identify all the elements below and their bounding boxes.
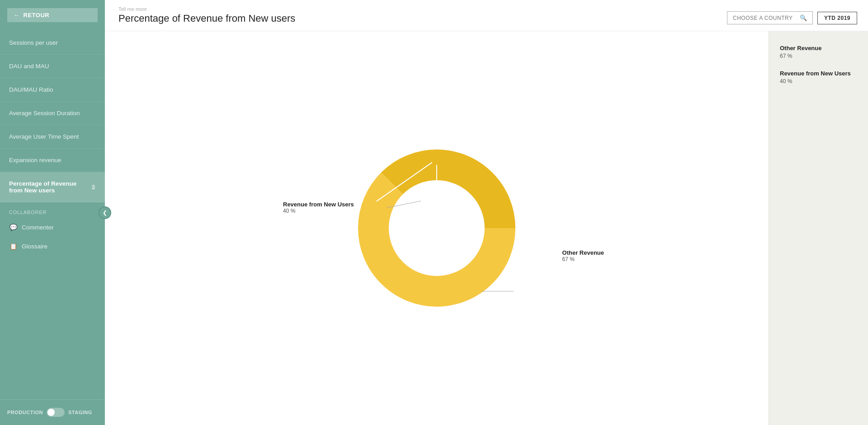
collab-item-commenter[interactable]: 💬 Commenter [0, 218, 105, 237]
sidebar-item-expansion-revenue[interactable]: Expansion revenue [0, 149, 105, 172]
chevron-left-icon: ❮ [103, 210, 107, 216]
sidebar-footer: PRODUCTION STAGING [0, 399, 105, 425]
sidebar-item-pct-revenue-new-users[interactable]: Percentage of Revenue from New users ⇫ [0, 172, 105, 202]
sidebar-item-avg-session-duration[interactable]: Average Session Duration [0, 102, 105, 125]
top-bar-right: 🔍 YTD 2019 [727, 11, 857, 24]
book-icon: 📋 [9, 242, 17, 250]
sidebar-item-dau-mau[interactable]: DAU and MAU [0, 55, 105, 78]
legend-item-new-users: Revenue from New Users 40 % [780, 70, 857, 84]
top-bar-left: Tell me more Percentage of Revenue from … [118, 6, 295, 24]
chart-main: Revenue from New Users 40 % [105, 31, 769, 425]
collaborer-label: Collaborer [0, 202, 105, 218]
donut-chart: Revenue from New Users 40 % [351, 142, 523, 314]
chart-area: Revenue from New Users 40 % [105, 31, 868, 425]
retour-button[interactable]: ← RETOUR [7, 8, 98, 22]
sidebar: ← RETOUR Sessions per user DAU and MAU D… [0, 0, 105, 425]
search-icon: 🔍 [800, 14, 807, 21]
top-bar: Tell me more Percentage of Revenue from … [105, 0, 868, 31]
tell-me-more-label: Tell me more [118, 6, 295, 12]
share-icon: ⇫ [91, 184, 96, 191]
ytd-button[interactable]: YTD 2019 [817, 12, 857, 24]
sidebar-item-sessions-per-user[interactable]: Sessions per user [0, 31, 105, 55]
legend-item-other-revenue: Other Revenue 67 % [780, 45, 857, 59]
donut-svg [351, 142, 523, 314]
chart-label-new-users: Revenue from New Users 40 % [283, 201, 354, 214]
env-toggle[interactable] [47, 408, 65, 417]
collapse-sidebar-button[interactable]: ❮ [99, 206, 111, 219]
legend-panel: Other Revenue 67 % Revenue from New User… [769, 31, 868, 425]
main-content: Tell me more Percentage of Revenue from … [105, 0, 868, 425]
search-input[interactable] [733, 15, 796, 21]
arrow-left-icon: ← [14, 12, 20, 19]
sidebar-nav: Sessions per user DAU and MAU DAU/MAU Ra… [0, 27, 105, 399]
comment-icon: 💬 [9, 223, 17, 231]
page-title: Percentage of Revenue from New users [118, 13, 295, 24]
production-label: PRODUCTION [7, 410, 43, 415]
sidebar-item-dau-mau-ratio[interactable]: DAU/MAU Ratio [0, 78, 105, 102]
collab-item-glossaire[interactable]: 📋 Glossaire [0, 237, 105, 256]
staging-label: STAGING [68, 410, 92, 415]
country-search-box[interactable]: 🔍 [727, 11, 813, 24]
sidebar-item-avg-user-time[interactable]: Average User Time Spent [0, 125, 105, 149]
chart-label-other-revenue: Other Revenue 67 % [562, 249, 604, 262]
toggle-knob [47, 409, 55, 416]
